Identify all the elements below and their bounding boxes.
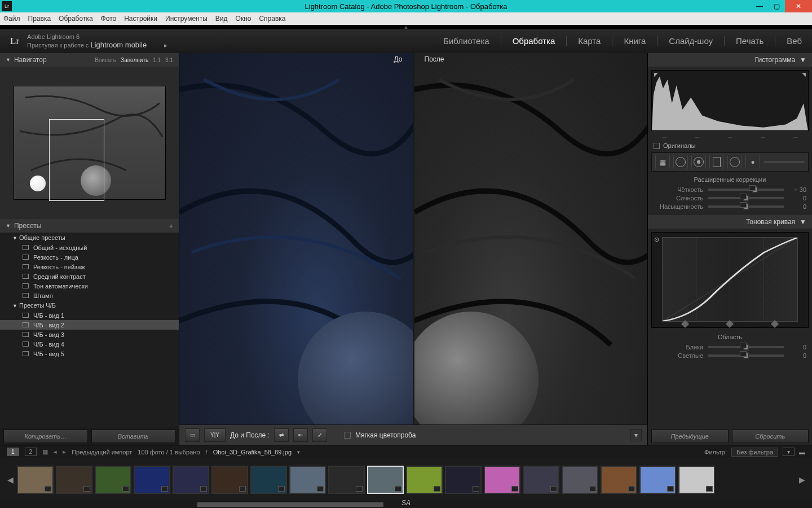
filmstrip-thumb[interactable] <box>328 466 365 494</box>
zoom-Заполнить[interactable]: Заполнить <box>121 57 148 63</box>
slider-Светлые[interactable]: Светлые0 <box>654 352 806 359</box>
close-button[interactable]: ✕ <box>785 0 812 12</box>
slider-Насыщенность[interactable]: Насыщенность0 <box>654 203 806 210</box>
filmstrip-thumb[interactable] <box>523 466 559 494</box>
module-Обработка[interactable]: Обработка <box>513 36 555 46</box>
nav-back-icon[interactable]: ◂ <box>54 448 57 456</box>
add-preset-button[interactable]: + <box>169 222 173 230</box>
filmstrip-thumb[interactable] <box>367 466 404 494</box>
current-filename[interactable]: Oboi_3D_Grafika_58_89.jpg <box>213 449 292 456</box>
preset-item[interactable]: Штамп <box>0 291 179 300</box>
filter-switch-icon[interactable]: ▬ <box>799 449 805 456</box>
loupe-view-button[interactable]: ▭ <box>185 428 200 442</box>
grid-view-icon[interactable]: ▦ <box>42 448 48 456</box>
crop-tool-button[interactable]: ▦ <box>655 155 670 169</box>
menu-инструменты[interactable]: Инструменты <box>165 15 208 23</box>
radial-filter-button[interactable] <box>727 155 742 169</box>
preset-item[interactable]: Средний контраст <box>0 271 179 281</box>
filmstrip-thumb[interactable] <box>95 466 131 494</box>
preset-item[interactable]: Резкость - лица <box>0 252 179 262</box>
tool-size-slider[interactable] <box>764 161 805 163</box>
histogram-display[interactable]: ◤ ◥ <box>651 70 809 131</box>
filmstrip-left-arrow[interactable]: ◀ <box>6 475 15 484</box>
tone-curve-header[interactable]: Тоновая кривая ▼ <box>648 215 812 229</box>
previous-button[interactable]: Предыдущие <box>651 430 729 443</box>
filmstrip-thumb[interactable] <box>445 466 482 494</box>
menu-вид[interactable]: Вид <box>215 15 228 23</box>
zoom-3:1[interactable]: 3:1 <box>165 57 173 63</box>
presets-header[interactable]: ▼ Пресеты + <box>0 219 179 233</box>
histogram-header[interactable]: Гистограмма ▼ <box>648 53 812 67</box>
zoom-Вписать[interactable]: Вписать <box>95 57 116 63</box>
menu-файл[interactable]: Файл <box>3 15 20 23</box>
filmstrip-thumb[interactable] <box>601 466 637 494</box>
filmstrip-thumb[interactable] <box>562 466 598 494</box>
menu-настройки[interactable]: Настройки <box>124 15 157 23</box>
copy-after-button[interactable]: ⤢ <box>312 428 327 442</box>
menu-окно[interactable]: Окно <box>236 15 251 23</box>
filmstrip-right-arrow[interactable]: ▶ <box>797 475 806 484</box>
top-panel-handle[interactable]: ▲ <box>0 25 812 29</box>
before-after-view[interactable]: До После <box>179 53 647 424</box>
menu-фото[interactable]: Фото <box>101 15 117 23</box>
preset-item[interactable]: Ч/Б - вид 3 <box>0 330 179 339</box>
preset-group[interactable]: ▼ Общие пресеты <box>0 233 179 243</box>
minimize-button[interactable]: — <box>751 0 768 12</box>
zoom-1:1[interactable]: 1:1 <box>153 57 161 63</box>
softproof-checkbox[interactable] <box>344 432 351 439</box>
slider-Сочность[interactable]: Сочность0 <box>654 195 806 202</box>
slider-Блики[interactable]: Блики0 <box>654 344 806 351</box>
secondary-display-button[interactable]: 2 <box>25 448 37 456</box>
preset-item[interactable]: Общий - исходный <box>0 243 179 252</box>
filter-lock-button[interactable]: ▾ <box>783 448 795 456</box>
reset-button[interactable]: Сбросить <box>732 430 809 443</box>
compare-view-button[interactable]: Y|Y <box>204 428 226 442</box>
primary-display-button[interactable]: 1 <box>7 448 19 456</box>
preset-item[interactable]: Тон автоматически <box>0 281 179 291</box>
filmstrip-thumb[interactable] <box>639 466 676 494</box>
filmstrip-thumb[interactable] <box>250 466 287 494</box>
filmstrip-thumb[interactable] <box>17 466 54 494</box>
spot-removal-button[interactable] <box>673 155 688 169</box>
menu-правка[interactable]: Правка <box>28 15 51 23</box>
brush-button[interactable]: ● <box>745 155 760 169</box>
shadow-clip-icon[interactable]: ◤ <box>654 72 658 77</box>
target-adjust-icon[interactable]: ⊙ <box>654 236 659 243</box>
preset-item[interactable]: Резкость - пейзаж <box>0 262 179 271</box>
app-subtitle[interactable]: Adobe Lightroom 6 Приступая к работе с L… <box>27 33 167 50</box>
nav-forward-icon[interactable]: ▸ <box>63 448 66 456</box>
copy-before-button[interactable]: ⇤ <box>293 428 308 442</box>
originals-toggle[interactable]: Оригиналы <box>648 140 812 151</box>
filmstrip-thumb[interactable] <box>289 466 326 494</box>
highlight-clip-icon[interactable]: ◥ <box>802 72 806 77</box>
module-Слайд-шоу[interactable]: Слайд-шоу <box>669 36 713 46</box>
module-Веб[interactable]: Веб <box>787 36 802 46</box>
source-label[interactable]: Предыдущий импорт <box>72 449 132 456</box>
swap-before-after-button[interactable]: ⇄ <box>274 428 289 442</box>
navigator-header[interactable]: ▼ Навигатор ВписатьЗаполнить1:13:1 <box>0 53 179 67</box>
menu-обработка[interactable]: Обработка <box>59 15 93 23</box>
redeye-button[interactable] <box>691 155 706 169</box>
graduated-filter-button[interactable] <box>709 155 724 169</box>
filmstrip-thumb[interactable] <box>56 466 92 494</box>
filmstrip-thumb[interactable] <box>406 466 443 494</box>
filter-select[interactable]: Без фильтра <box>731 448 778 457</box>
preset-item[interactable]: Ч/Б - вид 4 <box>0 339 179 349</box>
maximize-button[interactable]: ▢ <box>768 0 785 12</box>
filmstrip-thumb[interactable] <box>678 466 715 494</box>
slider-Чёткость[interactable]: Чёткость+ 30 <box>654 186 806 193</box>
toolbar-menu-button[interactable]: ▾ <box>630 429 642 441</box>
filmstrip-thumb[interactable] <box>173 466 209 494</box>
module-Печать[interactable]: Печать <box>736 36 764 46</box>
menu-справка[interactable]: Справка <box>259 15 285 23</box>
filmstrip-thumb[interactable] <box>134 466 170 494</box>
tone-curve[interactable]: ⊙ <box>651 232 809 328</box>
filmstrip-thumb[interactable] <box>484 466 520 494</box>
copy-button[interactable]: Копировать… <box>3 430 88 443</box>
preset-item[interactable]: Ч/Б - вид 5 <box>0 349 179 358</box>
preset-group[interactable]: ▼ Пресеты Ч/Б <box>0 300 179 310</box>
module-Книга[interactable]: Книга <box>624 36 646 46</box>
module-Библиотека[interactable]: Библиотека <box>443 36 489 46</box>
preset-item[interactable]: Ч/Б - вид 1 <box>0 310 179 320</box>
preset-item[interactable]: Ч/Б - вид 2 <box>0 320 179 330</box>
